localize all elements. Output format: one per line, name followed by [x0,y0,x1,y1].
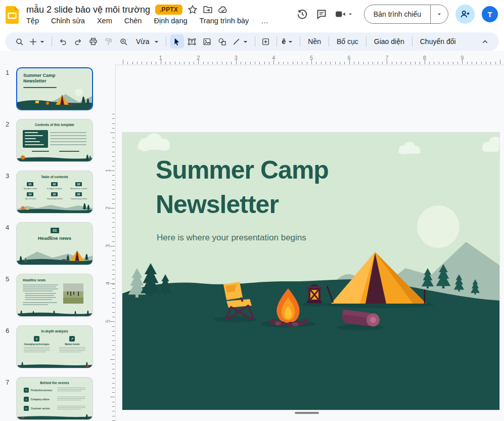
new-slide-button[interactable] [27,34,48,49]
insert-line-button[interactable] [231,34,251,49]
slide-title-textbox[interactable]: Summer Camp Newsletter [156,153,373,222]
slide-number: 6 [6,327,15,334]
menu-insert[interactable]: Chèn [124,17,142,25]
thumb-title: Headline news [17,235,93,241]
toolbar-divider [255,36,255,47]
horizontal-ruler: 1 2 3 4 5 6 7 8 9 [116,55,504,65]
slide-thumbnail-4[interactable]: 01 Headline news [16,222,93,265]
spelling-suggestions-button[interactable]: ê [281,34,297,49]
menu-format[interactable]: Định dạng [154,17,187,25]
comment-add-icon [261,37,270,46]
search-menus-button[interactable] [12,34,26,49]
redo-button[interactable] [71,34,85,49]
slides-logo[interactable] [6,6,19,24]
menu-slide[interactable]: Trang trình bày [200,17,249,25]
thumb-title: Contents of this template [17,123,93,127]
search-icon [15,37,24,46]
toolbar-divider [366,36,366,47]
chevron-down-icon [38,37,47,46]
slide-thumbnail-2[interactable]: Contents of this template [16,119,93,162]
slide-subtitle-textbox[interactable]: Here is where your presentation begins [157,233,306,243]
present-button-group: Bản trình chiếu [364,5,448,24]
insert-shape-button[interactable] [215,34,230,49]
person-add-icon [460,9,470,19]
select-tool-button[interactable] [170,34,184,49]
zoom-button[interactable] [116,34,130,49]
thumb-scene [17,154,93,161]
slide-number: 3 [6,172,15,180]
google-slides-app: mẫu 2 slide bảo vệ môi trường .PPTX Tệp … [0,0,504,421]
thumb-scene [17,310,93,316]
cloud-status-icon[interactable] [218,5,228,15]
zoom-in-icon [119,37,128,46]
thumb-scene [17,362,93,368]
menu-bar: Tệp Chỉnh sửa Xem Chèn Định dạng Trang t… [26,17,268,25]
thumb-title: Behind the scenes [17,381,93,385]
toolbar-divider [277,36,277,47]
menu-edit[interactable]: Chỉnh sửa [51,17,85,25]
comments-icon[interactable] [315,8,328,20]
thumb-scene [17,89,92,109]
toolbar-divider [52,36,52,47]
hide-menus-button[interactable] [478,34,492,49]
slide-thumbnail-1[interactable]: Summer Camp Newsletter [16,67,93,110]
theme-button[interactable]: Giao diện [370,34,408,49]
thumb-title: Headline news [23,278,45,282]
chevron-down-icon [152,37,161,46]
slide-number: 4 [6,224,15,231]
slide-thumbnail-3[interactable]: Table of contents 01 02 03 Headline news… [16,171,93,214]
top-bar: mẫu 2 slide bảo vệ môi trường .PPTX Tệp … [0,0,504,30]
thumb-title: In-depth analysis [17,329,93,333]
slide-number: 7 [6,378,15,386]
background-button[interactable]: Nền [304,34,325,49]
menu-view[interactable]: Xem [97,17,112,25]
slide-thumbnail-7[interactable]: Behind the scenes ✎ ⌂ ☺ Production proce… [16,377,93,420]
transition-button[interactable]: Chuyển đổi [416,34,460,49]
paint-roller-icon [104,37,113,46]
slide-thumbnail-6[interactable]: In-depth analysis ✦ ↗ Emerging technolog… [16,325,93,368]
menu-overflow[interactable]: … [261,17,268,25]
move-folder-icon[interactable] [203,5,213,15]
chevron-up-icon [481,37,489,46]
slide-number: 2 [6,120,15,128]
plus-icon [29,37,37,46]
horizontal-scrollbar[interactable] [295,412,319,414]
zoom-select[interactable]: Vừa [131,34,162,49]
present-options-button[interactable] [431,5,448,23]
thumb-title: Table of contents [17,175,93,179]
text-box-button[interactable] [185,34,199,49]
slide-canvas[interactable]: Summer Camp Newsletter Here is where you… [122,133,499,410]
slide-number: 1 [6,69,15,76]
present-button[interactable]: Bản trình chiếu [364,5,431,23]
insert-image-button[interactable] [200,34,214,49]
workspace: 1 Summer Camp Newsletter [0,51,504,421]
image-icon [203,37,211,46]
thumb-title: Summer Camp Newsletter [23,73,71,84]
version-history-icon[interactable] [296,8,308,20]
chevron-down-icon [286,37,295,46]
text-box-icon [188,37,196,46]
share-button[interactable] [455,5,475,24]
toolbar-divider [329,36,329,47]
menu-file[interactable]: Tệp [26,17,39,25]
pptx-badge: .PPTX [155,5,182,15]
account-avatar[interactable]: T [482,6,498,22]
insert-comment-button[interactable] [259,34,273,49]
meet-video-button[interactable] [335,9,354,20]
chevron-down-icon [347,11,354,18]
print-button[interactable] [86,34,100,49]
zoom-value: Vừa [133,37,152,46]
slide-thumbnail-5[interactable]: Headline news [16,274,93,317]
paint-format-button[interactable] [101,34,115,49]
print-icon [89,37,98,46]
undo-button[interactable] [56,34,70,49]
thumb-scene [17,202,93,213]
star-icon[interactable] [188,5,198,15]
layout-button[interactable]: Bố cục [333,34,362,49]
document-title[interactable]: mẫu 2 slide bảo vệ môi trường [26,5,150,15]
toolbar-divider [166,36,166,47]
thumb-scene [17,246,93,265]
toolbar: Vừa ê Nền Bố cục Giao diện Chuyển đổi [5,32,499,51]
ruler-edge-line [116,65,504,65]
vertical-ruler: 1 2 3 4 5 [104,63,115,421]
